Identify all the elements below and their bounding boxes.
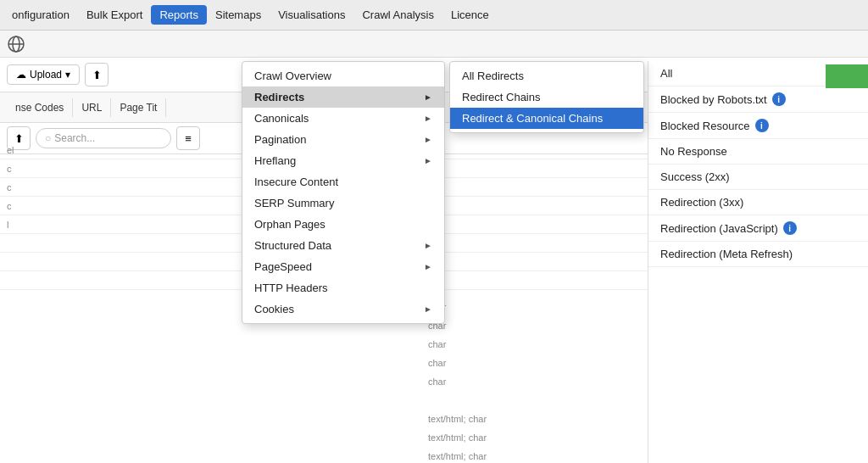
info-icon[interactable]: i [783,221,797,235]
filter-item-redirection-meta-refresh[interactable]: Redirection (Meta Refresh) [648,242,868,267]
filter-panel: All Blocked by Robots.txt i Blocked Reso… [648,61,868,463]
redirects-dropdown: All Redirects Redirect Chains Redirect &… [449,61,644,133]
dropdown-arrow-icon: ▾ [65,69,70,81]
tab-page-title[interactable]: Page Tit [111,98,166,117]
menubar-item-crawl-analysis[interactable]: Crawl Analysis [353,5,442,25]
filter-item-blocked-resource[interactable]: Blocked Resource i [648,113,868,139]
menubar-item-reports[interactable]: Reports [151,5,207,25]
submenu-arrow-icon: ► [424,156,432,165]
content-area: ☁ Upload ▾ ⬆ nse Codes URL Page Tit espo… [0,31,868,463]
green-action-button[interactable] [826,64,868,88]
menu-item-redirect-canonical-chains[interactable]: Redirect & Canonical Chains [450,108,643,129]
submenu-arrow-icon: ► [424,114,432,123]
menu-item-hreflang[interactable]: Hreflang ► [242,150,444,171]
menu-item-insecure-content[interactable]: Insecure Content [242,171,444,192]
menubar-item-licence[interactable]: Licence [442,5,498,25]
filter-item-success-2xx[interactable]: Success (2xx) [648,165,868,190]
bg-cell-text-5: char [428,377,446,387]
menu-item-redirects[interactable]: Redirects ► [242,86,444,108]
upload-label: Upload [30,69,62,81]
menu-item-serp-summary[interactable]: SERP Summary [242,192,444,214]
bg-cell-text-8: text/html; char [428,451,487,461]
upload-icon: ☁ [16,69,26,81]
bg-cell-text-6: text/html; char [428,414,487,424]
menu-item-pagespeed[interactable]: PageSpeed ► [242,256,444,277]
tab-url[interactable]: URL [73,98,111,117]
menubar: onfiguration Bulk Export Reports Sitemap… [0,0,868,31]
filter-item-redirection-javascript[interactable]: Redirection (JavaScript) i [648,215,868,242]
menubar-item-configuration[interactable]: onfiguration [3,5,78,25]
info-icon[interactable]: i [755,119,769,132]
menu-item-redirect-chains[interactable]: Redirect Chains [450,86,643,108]
bg-cell-text-4: char [428,358,446,368]
menu-item-orphan-pages[interactable]: Orphan Pages [242,214,444,235]
filter-item-blocked-robots[interactable]: Blocked by Robots.txt i [648,86,868,113]
export-button[interactable]: ⬆ [85,63,108,86]
submenu-arrow-icon: ► [424,135,432,144]
menu-item-crawl-overview[interactable]: Crawl Overview [242,65,444,86]
menu-item-all-redirects[interactable]: All Redirects [450,65,643,86]
globe-icon [7,35,25,53]
menu-item-pagination[interactable]: Pagination ► [242,129,444,150]
bg-cell-text-7: text/html; char [428,432,487,443]
menu-item-cookies[interactable]: Cookies ► [242,298,444,320]
menubar-item-visualisations[interactable]: Visualisations [270,5,353,25]
submenu-arrow-icon: ► [424,304,432,314]
tab-response-codes[interactable]: nse Codes [7,98,73,117]
filter-item-redirection-3xx[interactable]: Redirection (3xx) [648,190,868,215]
menubar-item-sitemaps[interactable]: Sitemaps [207,5,270,25]
menubar-item-bulk-export[interactable]: Bulk Export [78,5,151,25]
submenu-arrow-icon: ► [424,262,432,271]
info-icon[interactable]: i [772,92,786,106]
export-icon: ⬆ [92,69,102,81]
upload-button[interactable]: ☁ Upload ▾ [7,64,80,85]
menu-item-http-headers[interactable]: HTTP Headers [242,277,444,298]
filter-item-no-response[interactable]: No Response [648,139,868,165]
submenu-arrow-icon: ► [424,92,432,102]
menu-item-canonicals[interactable]: Canonicals ► [242,108,444,129]
reports-dropdown: Crawl Overview Redirects ► Canonicals ► … [242,61,445,324]
menu-item-structured-data[interactable]: Structured Data ► [242,235,444,256]
bg-cell-text-3: char [428,339,446,349]
submenu-arrow-icon: ► [424,241,432,250]
tab-bar [0,31,868,58]
